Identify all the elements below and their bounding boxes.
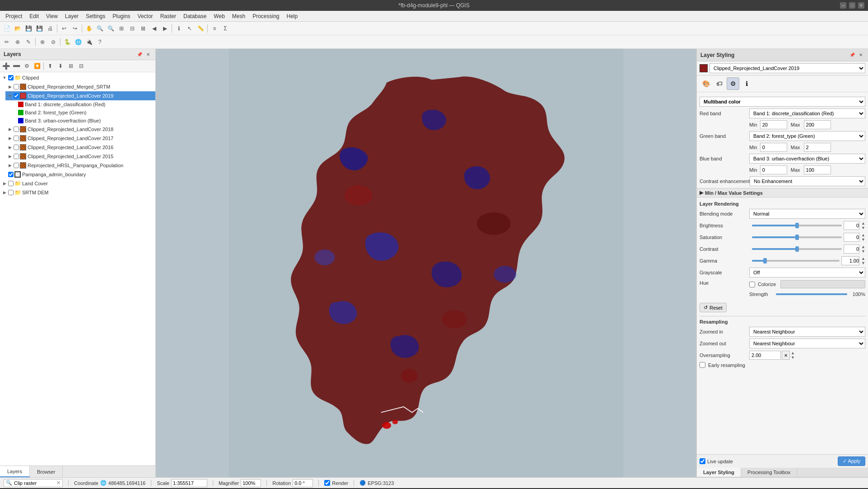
menu-help[interactable]: Help (283, 12, 302, 20)
tab-browser[interactable]: Browser (30, 466, 63, 477)
select-button[interactable]: ↖ (185, 24, 195, 33)
edit-button[interactable]: ✎ (23, 37, 33, 47)
zoom-selection-button[interactable]: ⊟ (127, 24, 137, 33)
oversampling-clear-button[interactable]: ✕ (782, 351, 790, 360)
saturation-up[interactable]: ▲ (861, 233, 865, 237)
close-button[interactable]: ✕ (858, 2, 864, 9)
save-as-button[interactable]: 💾 (34, 24, 44, 33)
filter-layer-button[interactable]: 🔽 (32, 61, 42, 71)
menu-project[interactable]: Project (2, 12, 26, 20)
menu-layer[interactable]: Layer (61, 12, 82, 20)
browser-button[interactable]: 🌐 (73, 37, 83, 47)
style-rendering-button[interactable]: ⚙ (727, 77, 739, 90)
oversampling-down[interactable]: ▼ (791, 355, 795, 360)
grayscale-select[interactable]: Off (749, 268, 865, 277)
layer-item-merged-srtm[interactable]: ▶ Clipped_Reprojected_Merged_SRTM (5, 82, 155, 91)
checkbox-landcover-2018[interactable] (14, 127, 19, 132)
gamma-slider[interactable] (752, 260, 840, 262)
menu-plugins[interactable]: Plugins (109, 12, 134, 20)
oversampling-up[interactable]: ▲ (791, 351, 795, 355)
topology-button[interactable]: ⊘ (48, 37, 58, 47)
checkbox-landcover-2017[interactable] (14, 136, 19, 141)
expand-hrsl[interactable]: ▶ (7, 163, 13, 168)
statistics-button[interactable]: Σ (220, 24, 230, 33)
snap-button[interactable]: ⊗ (37, 37, 47, 47)
maximize-button[interactable]: □ (849, 2, 855, 9)
layer-item-landcover-2016[interactable]: ▶ Clipped_Reprojected_LandCover 2016 (5, 143, 155, 152)
redo-button[interactable]: ↪ (70, 24, 80, 33)
blending-mode-select[interactable]: Normal (749, 209, 865, 219)
expand-landcover-2016[interactable]: ▶ (7, 145, 13, 150)
undo-button[interactable]: ↩ (59, 24, 69, 33)
expand-landcover-2015[interactable]: ▶ (7, 154, 13, 159)
epsg-item[interactable]: 🔵 EPSG:3123 (359, 480, 394, 486)
menu-edit[interactable]: Edit (26, 12, 42, 20)
brightness-down[interactable]: ▼ (861, 226, 865, 230)
checkbox-landcover-2015[interactable] (14, 154, 19, 159)
pan-button[interactable]: ✋ (84, 24, 94, 33)
reset-button[interactable]: ↺ Reset (700, 303, 727, 312)
expand-landcover-2017[interactable]: ▶ (7, 136, 13, 141)
right-tab-processing[interactable]: Processing Toolbox (741, 468, 797, 477)
menu-mesh[interactable]: Mesh (229, 12, 249, 20)
green-min-input[interactable] (760, 143, 787, 152)
expand-landcover-2018[interactable]: ▶ (7, 127, 13, 132)
menu-settings[interactable]: Settings (82, 12, 109, 20)
colorize-checkbox[interactable] (749, 282, 755, 287)
move-down-button[interactable]: ⬇ (56, 61, 65, 71)
checkbox-landcover-2016[interactable] (14, 145, 19, 150)
saturation-input[interactable] (844, 233, 859, 242)
contrast-up[interactable]: ▲ (861, 244, 865, 249)
open-layer-props-button[interactable]: ⚙ (22, 61, 32, 71)
expand-srtm[interactable]: ▶ (2, 190, 7, 195)
menu-raster[interactable]: Raster (157, 12, 180, 20)
contrast-select[interactable]: No Enhancement (750, 176, 865, 186)
blue-band-select[interactable]: Band 3: urban-coverfraction (Blue) (749, 154, 865, 164)
measure-button[interactable]: 📏 (196, 24, 205, 33)
identify-button[interactable]: ℹ (174, 24, 184, 33)
right-tab-styling[interactable]: Layer Styling (697, 468, 741, 477)
blue-min-input[interactable] (760, 165, 787, 174)
green-band-select[interactable]: Band 2: forest_type (Green) (749, 131, 865, 141)
zoom-in-button[interactable]: 🔍 (95, 24, 105, 33)
expand-merged-srtm[interactable]: ▶ (7, 84, 13, 89)
open-project-button[interactable]: 📂 (13, 24, 23, 33)
attribute-table-button[interactable]: ≡ (210, 24, 219, 33)
zoom-full-button[interactable]: ⊞ (117, 24, 126, 33)
scale-input[interactable] (171, 479, 207, 487)
checkbox-srtm[interactable] (8, 190, 14, 195)
strength-slider[interactable] (776, 293, 847, 295)
layer-item-landcover-2018[interactable]: ▶ Clipped_Reprojected_LandCover 2018 (5, 125, 155, 134)
magnifier-input[interactable] (241, 479, 261, 487)
checkbox-clipped[interactable] (8, 75, 14, 80)
red-band-select[interactable]: Band 1: discrete_classification (Red) (749, 108, 865, 118)
zoom-layer-button[interactable]: ⊠ (138, 24, 148, 33)
print-button[interactable]: 🖨 (45, 24, 55, 33)
layer-item-land-cover[interactable]: ▶ 📁 Land Cover (0, 179, 155, 188)
digitize-button[interactable]: ✏ (2, 37, 12, 47)
minmax-section-header[interactable]: ▶ Min / Max Value Settings (697, 188, 868, 197)
expand-landcover-2019[interactable]: ▼ (7, 93, 13, 99)
plugins-button[interactable]: 🔌 (84, 37, 94, 47)
new-project-button[interactable]: 📄 (2, 24, 12, 33)
menu-processing[interactable]: Processing (249, 12, 283, 20)
contrast-slider[interactable] (752, 248, 842, 250)
zoomed-out-select[interactable]: Nearest Neighbour (749, 339, 865, 348)
checkbox-landcover-2019[interactable] (14, 93, 19, 99)
menu-database[interactable]: Database (180, 12, 210, 20)
checkbox-pampanga[interactable] (8, 172, 14, 177)
zoom-out-button[interactable]: 🔍 (106, 24, 116, 33)
checkbox-land-cover[interactable] (8, 181, 14, 186)
search-clear-icon[interactable]: ✕ (56, 480, 61, 486)
menu-vector[interactable]: Vector (134, 12, 157, 20)
early-resampling-checkbox[interactable] (700, 362, 705, 368)
map-area[interactable] (156, 49, 696, 477)
red-min-input[interactable] (760, 120, 787, 129)
zoomed-in-select[interactable]: Nearest Neighbour (749, 327, 865, 337)
menu-web[interactable]: Web (210, 12, 228, 20)
blue-max-input[interactable] (804, 165, 831, 174)
layer-item-landcover-2019[interactable]: ▼ Clipped_Reprojected_LandCover 2019 (5, 91, 155, 100)
oversampling-input[interactable] (749, 351, 781, 360)
node-button[interactable]: ⊕ (13, 37, 23, 47)
expand-land-cover[interactable]: ▶ (2, 181, 7, 186)
